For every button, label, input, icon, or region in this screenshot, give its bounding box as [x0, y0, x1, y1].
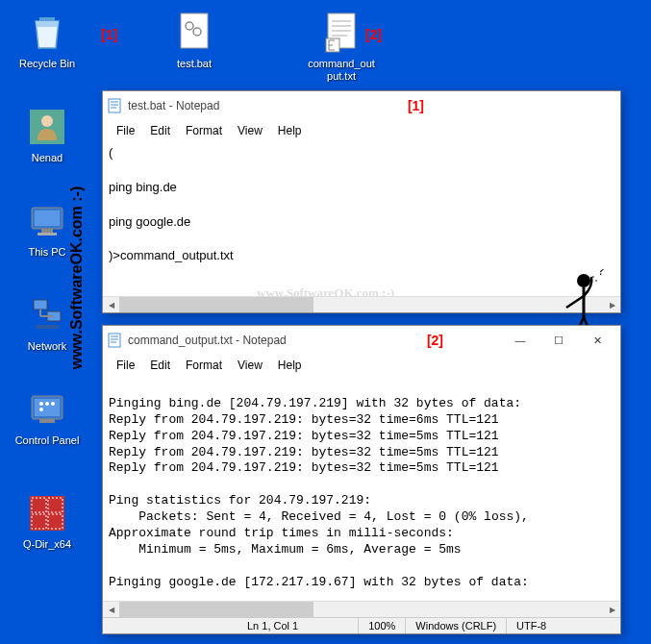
qdir-icon: [24, 490, 70, 536]
maximize-button[interactable]: ☐: [539, 327, 578, 354]
status-zoom: 100%: [358, 618, 405, 633]
scroll-left-icon[interactable]: ◀: [103, 602, 119, 618]
svg-point-25: [51, 402, 55, 406]
svg-text:?: ?: [597, 269, 605, 278]
editor-content[interactable]: Pinging bing.de [204.79.197.219] with 32…: [103, 376, 620, 601]
menu-help[interactable]: Help: [270, 357, 310, 374]
svg-rect-45: [109, 334, 120, 347]
watermark-inline: www.SoftwareOK.com :-): [257, 285, 394, 296]
scroll-thumb[interactable]: [119, 602, 313, 617]
svg-point-24: [45, 402, 49, 406]
desktop-icon-control-panel[interactable]: Control Panel: [12, 386, 83, 447]
scroll-right-icon[interactable]: ▶: [604, 602, 620, 618]
menu-view[interactable]: View: [230, 122, 270, 139]
window-title: test.bat - Notepad: [128, 99, 408, 112]
svg-rect-22: [35, 399, 60, 416]
svg-rect-16: [34, 300, 47, 310]
status-bar: Ln 1, Col 1 100% Windows (CRLF) UTF-8: [103, 617, 620, 633]
menu-view[interactable]: View: [230, 357, 270, 374]
watermark-vertical: www.SoftwareOK.com :-): [68, 186, 86, 370]
network-icon: [24, 292, 70, 338]
desktop-icon-nenad[interactable]: Nenad: [12, 104, 83, 164]
svg-point-37: [577, 274, 590, 287]
annotation-1-in-window: [1]: [408, 98, 424, 113]
svg-rect-0: [39, 17, 55, 21]
scrollbar-horizontal[interactable]: ◀ ▶: [103, 296, 620, 312]
recycle-bin-icon: [24, 10, 70, 56]
bat-file-icon: [171, 10, 217, 56]
menu-edit[interactable]: Edit: [142, 122, 178, 139]
editor-content[interactable]: ( ping bing.de ping google.de )>command_…: [103, 141, 620, 296]
scrollbar-horizontal[interactable]: ◀ ▶: [103, 601, 620, 617]
user-icon: [24, 104, 70, 150]
titlebar[interactable]: test.bat - Notepad [1]: [103, 91, 620, 120]
svg-point-23: [39, 402, 43, 406]
status-line-ending: Windows (CRLF): [405, 618, 506, 633]
desktop-icon-test-bat[interactable]: test.bat: [159, 10, 230, 70]
svg-rect-20: [36, 325, 59, 329]
desktop-icon-label: Recycle Bin: [19, 58, 75, 70]
svg-point-43: [592, 276, 594, 278]
desktop-icon-recycle-bin[interactable]: Recycle Bin: [12, 10, 83, 70]
desktop-icon-label: Nenad: [32, 152, 63, 164]
menu-bar: File Edit Format View Help: [103, 355, 620, 376]
window-title: command_output.txt - Notepad: [128, 334, 427, 347]
notepad-window-test-bat[interactable]: test.bat - Notepad [1] File Edit Format …: [102, 90, 621, 313]
svg-rect-27: [39, 419, 55, 423]
svg-rect-14: [41, 229, 53, 233]
close-button[interactable]: ✕: [578, 327, 616, 354]
svg-rect-28: [30, 496, 64, 531]
svg-line-39: [566, 296, 584, 308]
status-position: Ln 1, Col 1: [238, 618, 308, 633]
svg-rect-33: [109, 99, 120, 112]
svg-rect-15: [38, 233, 57, 235]
status-encoding: UTF-8: [506, 618, 556, 633]
desktop-icon-qdir[interactable]: Q-Dir_x64: [12, 490, 83, 551]
menu-edit[interactable]: Edit: [142, 357, 178, 374]
desktop-icon-label: Q-Dir_x64: [23, 538, 71, 551]
annotation-2-in-window: [2]: [427, 333, 443, 348]
menu-format[interactable]: Format: [178, 357, 230, 374]
svg-rect-1: [181, 13, 208, 48]
svg-point-44: [595, 280, 597, 282]
desktop-icon-command-output[interactable]: command_output.txt: [306, 10, 377, 83]
desktop-icon-label: test.bat: [177, 58, 212, 70]
desktop-icon-label: Control Panel: [15, 434, 80, 447]
annotation-2: [2]: [365, 27, 382, 42]
scroll-left-icon[interactable]: ◀: [103, 297, 119, 313]
svg-point-11: [41, 115, 53, 127]
notepad-window-command-output[interactable]: command_output.txt - Notepad [2] — ☐ ✕ F…: [102, 325, 621, 634]
menu-bar: File Edit Format View Help: [103, 120, 620, 141]
txt-file-icon: [318, 10, 364, 56]
desktop-icon-label: Network: [28, 340, 66, 353]
control-panel-icon: [24, 386, 70, 433]
menu-file[interactable]: File: [109, 122, 142, 139]
annotation-1: [1]: [101, 27, 117, 42]
titlebar[interactable]: command_output.txt - Notepad [2] — ☐ ✕: [103, 326, 620, 355]
desktop-icon-label: This PC: [28, 246, 65, 259]
pc-icon: [24, 198, 70, 244]
minimize-button[interactable]: —: [501, 327, 539, 354]
menu-help[interactable]: Help: [270, 122, 310, 139]
notepad-icon: [107, 98, 122, 113]
svg-rect-13: [35, 211, 60, 226]
svg-point-26: [39, 408, 43, 411]
desktop-icon-label: command_output.txt: [306, 58, 377, 83]
menu-format[interactable]: Format: [178, 122, 230, 139]
scroll-thumb[interactable]: [119, 297, 313, 312]
menu-file[interactable]: File: [109, 357, 142, 374]
notepad-icon: [107, 333, 122, 348]
